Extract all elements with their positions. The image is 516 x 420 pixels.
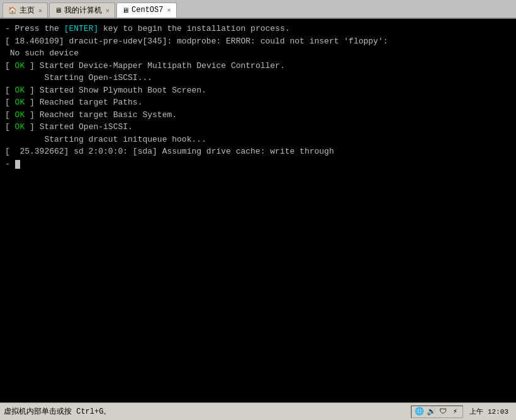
network-icon: 🌐 (414, 407, 424, 417)
terminal-line-6: [ OK ] Started Show Plymouth Boot Screen… (5, 84, 511, 97)
tab-home-close[interactable]: ✕ (38, 7, 42, 14)
tab-mypc[interactable]: 🖥 我的计算机 ✕ (49, 3, 115, 18)
tab-centos7-close[interactable]: ✕ (167, 6, 171, 14)
clock: 上午 12:03 (466, 407, 512, 416)
centos7-icon: 🖥 (122, 6, 129, 14)
terminal-line-cursor: - (5, 158, 511, 171)
cursor (15, 160, 20, 169)
system-tray: 🌐 🔊 🛡 ⚡ (411, 406, 463, 418)
terminal-area[interactable]: - Press the [ENTER] key to begin the ins… (0, 19, 516, 402)
status-bar: 虚拟机内部单击或按 Ctrl+G。 🌐 🔊 🛡 ⚡ 上午 12:03 (0, 402, 516, 420)
tab-centos7[interactable]: 🖥 CentOS7 ✕ (116, 3, 176, 18)
terminal-line-9: [ OK ] Started Open-iSCSI. (5, 121, 511, 133)
shield-icon: 🛡 (438, 407, 448, 417)
tab-mypc-label: 我的计算机 (64, 5, 102, 16)
terminal-line-5: Starting Open-iSCSI... (5, 72, 511, 84)
terminal-line-2: [ 18.460109] dracut-pre-udev[345]: modpr… (5, 35, 511, 48)
terminal-line-4: [ OK ] Started Device-Mapper Multipath D… (5, 60, 511, 72)
terminal-line-7: [ OK ] Reached target Paths. (5, 96, 511, 109)
status-right: 🌐 🔊 🛡 ⚡ 上午 12:03 (411, 406, 512, 418)
power-icon: ⚡ (450, 407, 460, 417)
tab-home-label: 主页 (20, 5, 35, 16)
main-window: 🏠 主页 ✕ 🖥 我的计算机 ✕ 🖥 CentOS7 ✕ - Press the… (0, 0, 516, 420)
status-left: 虚拟机内部单击或按 Ctrl+G。 (4, 406, 411, 417)
tab-centos7-label: CentOS7 (132, 6, 163, 14)
tab-mypc-close[interactable]: ✕ (106, 7, 109, 14)
tab-home[interactable]: 🏠 主页 ✕ (3, 3, 48, 18)
terminal-line-3: No such device (5, 47, 511, 60)
terminal-line-11: [ 25.392662] sd 2:0:0:0: [sda] Assuming … (5, 145, 511, 158)
mypc-icon: 🖥 (55, 6, 62, 14)
home-icon: 🏠 (8, 6, 17, 14)
terminal-line-10: Starting dracut initqueue hook... (5, 133, 511, 146)
terminal-line-8: [ OK ] Reached target Basic System. (5, 109, 511, 122)
tab-bar: 🏠 主页 ✕ 🖥 我的计算机 ✕ 🖥 CentOS7 ✕ (0, 0, 516, 19)
speaker-icon: 🔊 (426, 407, 436, 417)
status-text: 虚拟机内部单击或按 Ctrl+G。 (4, 407, 111, 416)
terminal-line-1: - Press the [ENTER] key to begin the ins… (5, 23, 511, 35)
